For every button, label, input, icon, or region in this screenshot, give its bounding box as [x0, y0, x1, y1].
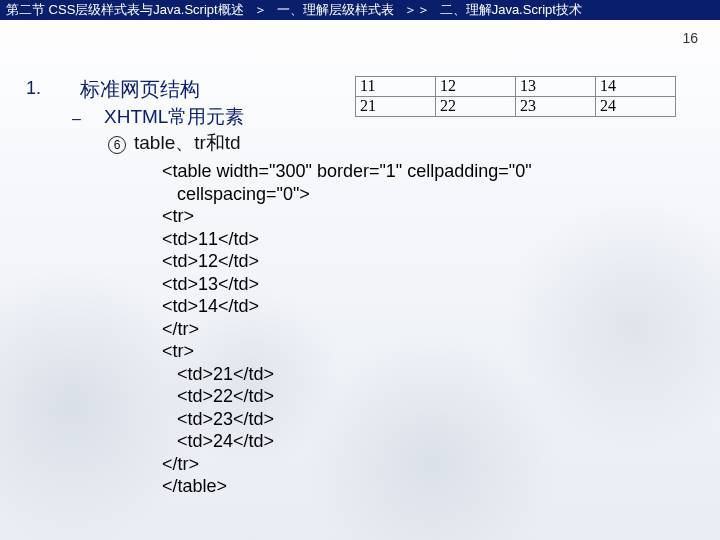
breadcrumb-sep2: ＞＞: [404, 1, 430, 19]
breadcrumb-item2: 二、理解Java.Script技术: [440, 1, 582, 19]
table-cell: 14: [596, 77, 676, 97]
breadcrumb-section: 第二节 CSS层级样式表与Java.Script概述: [6, 1, 244, 19]
breadcrumb-sep1: ＞: [254, 1, 267, 19]
table-cell: 12: [436, 77, 516, 97]
breadcrumb: 第二节 CSS层级样式表与Java.Script概述 ＞ 一、理解层级样式表 ＞…: [0, 0, 720, 20]
table-cell: 21: [356, 97, 436, 117]
code-block: <table width="300" border="1" cellpaddin…: [162, 160, 532, 498]
table-cell: 13: [516, 77, 596, 97]
breadcrumb-item1: 一、理解层级样式表: [277, 1, 394, 19]
outline-dash: –: [72, 110, 81, 128]
outline-heading-2: XHTML常用元素: [104, 104, 244, 130]
page-number: 16: [682, 30, 698, 46]
outline-heading-3: table、tr和td: [134, 130, 241, 156]
table-cell: 11: [356, 77, 436, 97]
table-cell: 24: [596, 97, 676, 117]
slide-content: 1. 标准网页结构 – XHTML常用元素 6 table、tr和td 11 1…: [0, 20, 720, 60]
example-table: 11 12 13 14 21 22 23 24: [355, 76, 676, 117]
outline-number: 1.: [26, 78, 41, 99]
table-row: 11 12 13 14: [356, 77, 676, 97]
table-cell: 23: [516, 97, 596, 117]
table-cell: 22: [436, 97, 516, 117]
table-row: 21 22 23 24: [356, 97, 676, 117]
outline-heading-1: 标准网页结构: [80, 76, 200, 103]
circled-number-icon: 6: [108, 136, 126, 154]
